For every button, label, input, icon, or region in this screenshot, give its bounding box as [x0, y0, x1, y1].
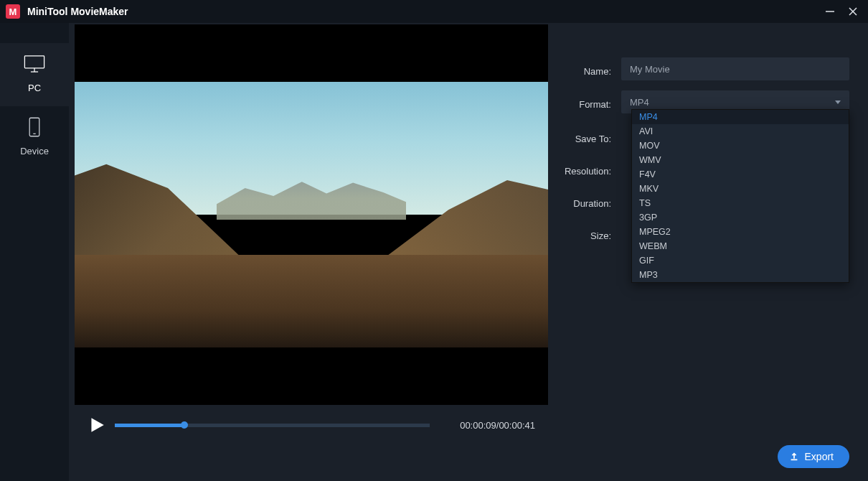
time-display: 00:00:09/00:00:41 [460, 420, 535, 431]
svg-rect-3 [24, 56, 44, 68]
format-dropdown[interactable]: MP4AVIMOVWMVF4VMKVTS3GPMPEG2WEBMGIFMP3 [631, 109, 849, 283]
size-label: Size: [552, 230, 621, 241]
monitor-icon [22, 53, 47, 77]
svg-marker-8 [91, 418, 103, 432]
saveto-label: Save To: [552, 134, 621, 144]
format-option[interactable]: 3GP [632, 210, 849, 225]
format-option[interactable]: TS [632, 196, 849, 210]
sidebar-item-device[interactable]: Device [0, 106, 69, 169]
app-title: MiniTool MovieMaker [27, 6, 825, 17]
export-button[interactable]: Export [778, 445, 849, 468]
minimize-button[interactable] [825, 6, 835, 17]
resolution-label: Resolution: [552, 166, 621, 177]
seek-bar[interactable] [115, 424, 430, 427]
sidebar-item-label: PC [28, 83, 41, 93]
seek-thumb[interactable] [181, 421, 188, 429]
upload-icon [789, 452, 799, 462]
phone-icon [22, 116, 47, 140]
name-label: Name: [552, 62, 621, 77]
format-option[interactable]: MP3 [632, 268, 849, 282]
name-input[interactable] [621, 57, 849, 80]
close-button[interactable] [848, 6, 858, 17]
play-button[interactable] [88, 416, 106, 434]
sidebar: PC Device [0, 23, 69, 481]
sidebar-item-pc[interactable]: PC [0, 43, 69, 106]
duration-label: Duration: [552, 198, 621, 209]
format-label: Format: [552, 95, 621, 110]
format-option[interactable]: MP4 [632, 110, 849, 124]
player-controls: 00:00:09/00:00:41 [75, 405, 548, 445]
format-option[interactable]: MKV [632, 182, 849, 196]
export-settings-panel: Name: Format: MP4 Save To: Resolution: D… [552, 23, 868, 481]
app-logo-icon: M [6, 4, 20, 19]
format-option[interactable]: WMV [632, 153, 849, 167]
video-preview [75, 24, 548, 405]
format-option[interactable]: WEBM [632, 239, 849, 253]
format-option[interactable]: AVI [632, 124, 849, 139]
format-option[interactable]: F4V [632, 167, 849, 182]
sidebar-item-label: Device [20, 146, 49, 157]
format-option[interactable]: MOV [632, 139, 849, 153]
chevron-down-icon [835, 101, 841, 104]
format-option[interactable]: MPEG2 [632, 225, 849, 239]
preview-frame-image [75, 82, 548, 347]
titlebar: M MiniTool MovieMaker [0, 0, 868, 23]
format-option[interactable]: GIF [632, 253, 849, 268]
